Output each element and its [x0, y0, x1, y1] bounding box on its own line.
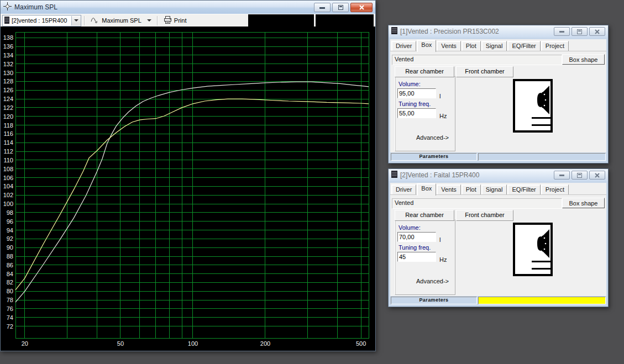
rear-chamber-tab[interactable]: Rear chamber — [395, 210, 454, 221]
volume-input[interactable] — [397, 88, 436, 98]
project-1-window: [1]Vented : Precision PR153C002 DriverBo… — [388, 25, 609, 163]
svg-text:108: 108 — [3, 166, 13, 172]
book-icon — [391, 170, 397, 180]
tab-driver[interactable]: Driver — [391, 184, 416, 194]
tab-eq-filter[interactable]: EQ/Filter — [507, 184, 540, 194]
box-shape-button[interactable]: Box shape — [562, 198, 605, 208]
svg-text:136: 136 — [3, 43, 13, 50]
svg-text:78: 78 — [7, 297, 13, 303]
enclosure-type-field[interactable]: Vented — [392, 55, 562, 65]
tab-driver[interactable]: Driver — [391, 41, 416, 51]
plot-toolbar: [2]vented : 15PR400 Maximum SPL Print — [1, 14, 375, 27]
status-bar: Parameters — [390, 152, 606, 161]
curve-type-icon — [91, 17, 99, 25]
svg-text:116: 116 — [3, 130, 13, 137]
minimize-button[interactable] — [554, 27, 570, 36]
box-shape-button[interactable]: Box shape — [562, 54, 605, 65]
toolbar-separator — [157, 16, 158, 25]
svg-text:200: 200 — [260, 340, 270, 347]
volume-unit: l — [439, 93, 441, 99]
svg-text:112: 112 — [3, 148, 13, 155]
project-2-window: [2]Vented : Faital 15PR400 DriverBoxVent… — [388, 168, 609, 307]
tuning-freq-unit: Hz — [439, 256, 447, 263]
toolbar-separator — [84, 16, 85, 25]
tuning-freq-label: Tuning freq. — [398, 244, 431, 251]
close-button[interactable] — [589, 27, 605, 36]
project-selector[interactable]: [2]vented : 15PR400 — [2, 15, 81, 27]
restore-button[interactable] — [571, 171, 588, 180]
tab-vents[interactable]: Vents — [437, 184, 461, 194]
tab-signal[interactable]: Signal — [481, 41, 507, 51]
spl-readout — [316, 14, 374, 27]
svg-text:84: 84 — [7, 271, 13, 277]
tab-signal[interactable]: Signal — [481, 184, 507, 194]
vent-port-line — [532, 117, 550, 119]
svg-text:122: 122 — [3, 104, 13, 111]
spl-plot[interactable]: 7274767880828486889092949698100102104106… — [1, 27, 375, 351]
svg-text:20: 20 — [22, 340, 28, 347]
minimize-button[interactable] — [314, 3, 331, 12]
tab-plot[interactable]: Plot — [462, 184, 481, 194]
tab-project[interactable]: Project — [541, 41, 569, 51]
print-button[interactable]: Print — [161, 15, 190, 26]
volume-label: Volume: — [398, 81, 421, 87]
enclosure-type-field[interactable]: Vented — [392, 198, 562, 209]
svg-text:74: 74 — [7, 314, 13, 321]
tuning-freq-input[interactable] — [397, 252, 436, 262]
status-parameters[interactable]: Parameters — [391, 297, 477, 304]
vent-port-line — [532, 124, 550, 126]
tab-project[interactable]: Project — [541, 184, 569, 194]
project-1-titlebar[interactable]: [1]Vented : Precision PR153C002 — [389, 25, 608, 38]
frequency-readout — [248, 14, 314, 27]
close-button[interactable] — [350, 3, 373, 12]
status-parameters[interactable]: Parameters — [391, 153, 477, 161]
vent-port-line — [532, 261, 550, 262]
tab-box[interactable]: Box — [417, 183, 436, 196]
svg-text:76: 76 — [7, 305, 13, 312]
restore-button[interactable] — [571, 27, 588, 36]
tab-vents[interactable]: Vents — [437, 41, 461, 51]
maximize-button[interactable] — [332, 3, 349, 12]
window-title: [1]Vented : Precision PR153C002 — [400, 28, 551, 35]
svg-text:124: 124 — [3, 96, 13, 102]
svg-text:104: 104 — [3, 183, 13, 189]
advanced-link[interactable]: Advanced-> — [416, 134, 449, 141]
svg-text:114: 114 — [3, 139, 13, 146]
volume-input[interactable] — [397, 232, 436, 242]
desktop: { "desktop": {"background_color": "#4e4e… — [0, 0, 624, 364]
svg-text:94: 94 — [7, 227, 13, 234]
tuning-freq-unit: Hz — [439, 113, 447, 119]
close-button[interactable] — [589, 171, 605, 180]
tab-bar: DriverBoxVentsPlotSignalEQ/FilterProject — [391, 183, 569, 194]
svg-text:120: 120 — [3, 113, 13, 120]
svg-text:86: 86 — [7, 262, 13, 268]
svg-text:132: 132 — [3, 61, 13, 67]
box-tab-content: Vented Box shape Rear chamber Front cham… — [390, 51, 606, 152]
svg-text:50: 50 — [117, 340, 124, 347]
view-selector[interactable]: Maximum SPL — [88, 15, 154, 26]
spl-chart-svg: 7274767880828486889092949698100102104106… — [1, 27, 374, 349]
minimize-button[interactable] — [554, 171, 570, 180]
front-chamber-tab[interactable]: Front chamber — [456, 66, 513, 77]
chevron-down-icon — [74, 19, 78, 22]
rear-chamber-tab[interactable]: Rear chamber — [395, 66, 454, 77]
project-2-titlebar[interactable]: [2]Vented : Faital 15PR400 — [389, 169, 608, 181]
tab-plot[interactable]: Plot — [462, 41, 481, 51]
front-chamber-tab[interactable]: Front chamber — [456, 210, 513, 221]
tab-bar: DriverBoxVentsPlotSignalEQ/FilterProject — [391, 40, 569, 51]
project-selector-dropdown[interactable] — [71, 16, 81, 25]
svg-text:92: 92 — [7, 235, 13, 242]
svg-text:82: 82 — [7, 279, 13, 286]
maximum-spl-titlebar[interactable]: Maximum SPL — [1, 1, 375, 14]
tab-box[interactable]: Box — [417, 40, 436, 52]
chevron-down-icon — [147, 19, 151, 22]
advanced-link[interactable]: Advanced-> — [416, 278, 449, 284]
print-label: Print — [174, 17, 187, 24]
svg-text:110: 110 — [3, 157, 13, 163]
crosshair-plot-icon — [3, 2, 12, 13]
tab-eq-filter[interactable]: EQ/Filter — [507, 41, 540, 51]
project-selector-value: [2]vented : 15PR400 — [12, 17, 67, 24]
tuning-freq-input[interactable] — [397, 108, 436, 118]
box-shape-diagram — [513, 79, 553, 134]
tuning-freq-label: Tuning freq. — [398, 101, 431, 107]
